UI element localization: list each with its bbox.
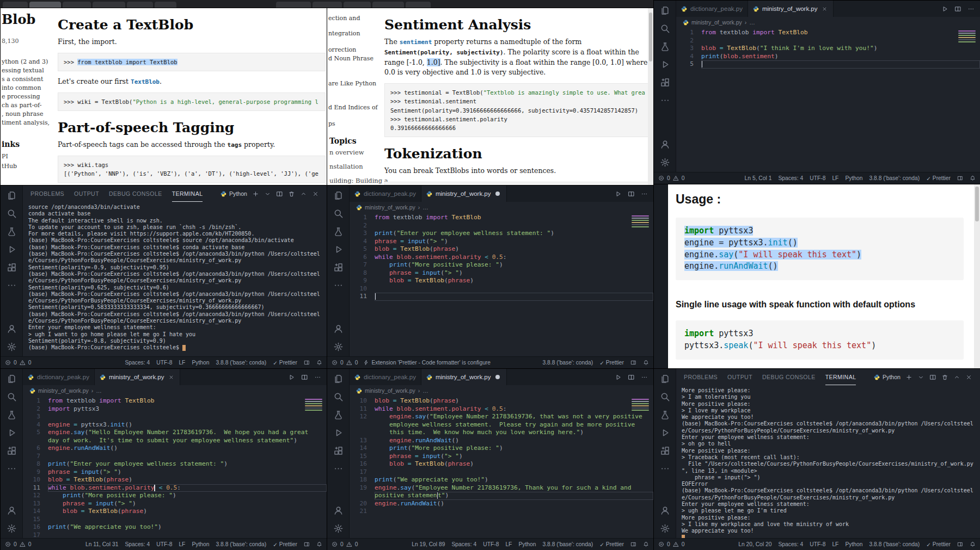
panel-tab-debug-console[interactable]: DEBUG CONSOLE — [762, 369, 816, 385]
code-line[interactable]: 16 blob = TextBlob(phrase) — [350, 460, 653, 468]
status-item[interactable]: 3.8.8 ('base': conda) — [869, 541, 920, 547]
code-line[interactable]: 7 — [23, 453, 327, 461]
doc-scrollbar[interactable] — [648, 8, 653, 185]
editor-tab[interactable]: dictionary_peak.py — [676, 1, 748, 17]
panel-tab-output[interactable]: OUTPUT — [727, 369, 752, 385]
notifications-bell-icon[interactable] — [643, 541, 649, 547]
more-views-icon[interactable] — [659, 463, 670, 474]
notifications-bell-icon[interactable] — [970, 541, 976, 547]
doc-scrollbar[interactable] — [974, 184, 980, 368]
status-item[interactable]: 3.8.8 ('base': conda) — [542, 541, 593, 547]
breadcrumb-file[interactable]: ministry_of_work.py — [365, 387, 415, 394]
editor-layout-icon[interactable] — [304, 360, 310, 366]
scrollbar-thumb[interactable] — [649, 13, 652, 61]
browser-tab[interactable] — [63, 2, 91, 8]
browser-tab[interactable] — [127, 2, 153, 8]
code-line[interactable]: 1from textblob import TextBlob — [350, 214, 653, 222]
run-and-debug-icon[interactable] — [6, 427, 17, 438]
errors-icon[interactable] — [332, 360, 338, 366]
code-line[interactable]: 20engine.runAndWait() — [350, 500, 653, 508]
run-button-icon[interactable] — [615, 374, 622, 381]
explorer-icon[interactable] — [333, 190, 344, 201]
status-item[interactable]: 3.8.8 ('base': conda) — [869, 175, 920, 181]
test-icon[interactable] — [6, 409, 17, 420]
minimap[interactable] — [629, 214, 652, 228]
panel-tab-output[interactable]: OUTPUT — [74, 186, 99, 202]
close-panel-icon[interactable] — [965, 374, 972, 381]
panel-tab-terminal[interactable]: TERMINAL — [172, 186, 203, 202]
code-line[interactable]: 13 engine.runAndWait() — [350, 437, 653, 445]
maximize-panel-icon[interactable] — [300, 190, 307, 197]
more-views-icon[interactable] — [6, 463, 17, 474]
run-button-icon[interactable] — [288, 374, 295, 381]
code-line[interactable]: this time. We know how much you love wor… — [350, 429, 653, 437]
explorer-icon[interactable] — [659, 373, 670, 384]
code-line[interactable]: 11while blob.sentiment.polarity < 0.5: — [23, 484, 327, 492]
breadcrumb-more[interactable]: … — [422, 204, 428, 211]
search-icon[interactable] — [659, 391, 670, 402]
problems-summary[interactable]: 00 — [332, 541, 358, 547]
editor-tab[interactable]: dictionary_peak.py — [350, 186, 421, 202]
editor-tab[interactable]: dictionary_peak.py — [23, 369, 95, 385]
code-line[interactable]: employee wellness statement. Please try … — [350, 421, 653, 429]
more-views-icon[interactable] — [6, 280, 17, 291]
editor-tab[interactable]: ministry_of_work.py — [95, 369, 180, 385]
shell-selector[interactable]: Python — [874, 374, 901, 380]
code-line[interactable]: 4engine = pyttsx3.init() — [23, 421, 327, 429]
status-item[interactable]: Python — [192, 541, 209, 547]
editor-tab[interactable]: ministry_of_work.py — [748, 1, 834, 17]
browser-tab[interactable] — [93, 2, 125, 8]
browser-tab[interactable] — [372, 2, 404, 8]
status-item[interactable]: 3.8.8 ('base': conda) — [542, 360, 593, 366]
test-icon[interactable] — [6, 226, 17, 237]
minimap[interactable] — [629, 398, 652, 412]
status-item[interactable]: Spaces: 4 — [125, 360, 150, 366]
code-line[interactable]: 13 phrase = input("> ") — [23, 500, 327, 508]
extensions-icon[interactable] — [333, 262, 344, 273]
status-item[interactable]: Python — [845, 175, 862, 181]
status-item[interactable]: Spaces: 4 — [778, 175, 803, 181]
code-line[interactable]: 18print("We appreciate you too!") — [350, 476, 653, 484]
code-line[interactable]: 4print(blob.sentiment) — [676, 53, 980, 61]
close-icon[interactable] — [821, 6, 828, 12]
toc-item[interactable]: uilding: Building a — [329, 174, 388, 185]
code-line[interactable]: 8 phrase = input("> ") — [350, 269, 653, 277]
terminal-dropdown-icon[interactable] — [264, 190, 271, 197]
explorer-icon[interactable] — [333, 373, 344, 384]
code-line[interactable]: 2import pyttsx3 — [23, 405, 327, 413]
code-line[interactable]: 1from textblob import TextBlob — [23, 397, 327, 405]
minimap[interactable] — [955, 29, 978, 44]
problems-summary[interactable]: 00 — [5, 541, 31, 547]
toc-item[interactable]: n overview — [329, 145, 388, 159]
modified-dot[interactable] — [494, 191, 501, 196]
status-item[interactable]: Python — [845, 541, 862, 547]
editor-tab[interactable]: ministry_of_work.py — [421, 186, 507, 202]
account-icon[interactable] — [333, 323, 344, 334]
code-line[interactable]: 6while blob.sentiment.polarity < 0.5: — [350, 254, 653, 262]
account-icon[interactable] — [6, 323, 17, 334]
panel-tab-problems[interactable]: PROBLEMS — [30, 186, 64, 202]
breadcrumb-file[interactable]: ministry_of_work.py — [38, 387, 89, 394]
status-item[interactable]: Ln 20, Col 20 — [738, 541, 771, 547]
browser-tab[interactable] — [155, 2, 176, 8]
modified-dot[interactable] — [494, 375, 501, 379]
extensions-icon[interactable] — [333, 445, 344, 456]
status-item[interactable]: UTF-8 — [156, 541, 172, 547]
code-line[interactable]: 14 blob = TextBlob(phrase) — [23, 508, 327, 516]
code-line[interactable]: 3 — [23, 413, 327, 421]
editor-layout-icon[interactable] — [304, 541, 310, 547]
status-item[interactable]: LF — [505, 541, 512, 547]
status-item[interactable]: LF — [832, 175, 838, 181]
code-line[interactable]: 5engine.say("Hello Employee Number 21783… — [23, 429, 327, 437]
shell-selector[interactable]: Python — [220, 190, 247, 197]
more-actions-button-icon[interactable] — [967, 5, 975, 13]
account-icon[interactable] — [659, 505, 670, 516]
code-line[interactable]: positive statement") — [350, 492, 653, 500]
code-line[interactable]: 19engine.say("Employee Number 2178361973… — [350, 484, 653, 492]
breadcrumb-more[interactable]: … — [749, 19, 755, 26]
minimap[interactable] — [302, 398, 325, 412]
search-icon[interactable] — [333, 391, 344, 402]
browser-tab[interactable] — [406, 2, 431, 8]
explorer-icon[interactable] — [6, 373, 17, 384]
more-views-icon[interactable] — [659, 95, 670, 106]
